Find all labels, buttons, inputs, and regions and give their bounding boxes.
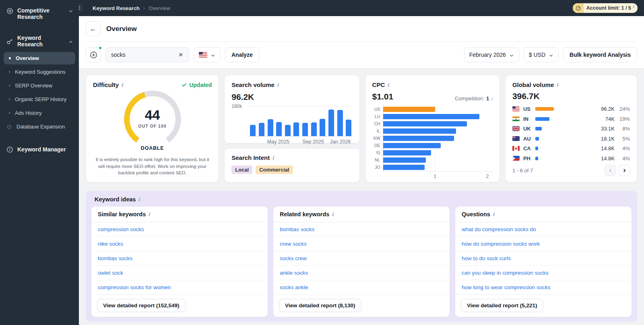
volume-bar-mar-2025[interactable] (259, 123, 264, 136)
volume-bar-aug-2025[interactable] (302, 123, 308, 136)
bulk-keyword-analysis-button[interactable]: Bulk keyword Analysis (563, 47, 637, 62)
view-detailed-report-button[interactable]: View detailed report (152,549) (97, 299, 186, 312)
sidebar-item-overview[interactable]: Overview (4, 52, 75, 64)
cpc-country-label: IS (372, 150, 380, 155)
pagination-next-button[interactable] (619, 165, 630, 176)
add-keyword-button[interactable] (86, 47, 101, 62)
keyword-search-box: ✕ (105, 47, 189, 62)
info-icon[interactable]: i (332, 211, 333, 217)
sidebar-group-label: Keyword Manager (17, 146, 73, 153)
view-detailed-report-button[interactable]: View detailed report (8,130) (279, 299, 361, 312)
info-icon[interactable]: i (491, 96, 493, 101)
analyze-button[interactable]: Analyze (225, 47, 259, 62)
pagination-prev-button[interactable] (605, 165, 616, 176)
keyword-link[interactable]: how do compression socks work (462, 241, 540, 247)
keyword-link[interactable]: compression socks (98, 226, 144, 232)
sidebar-item-ads-history[interactable]: Ads History (4, 107, 75, 119)
volume-bar-apr-2025[interactable] (268, 119, 273, 136)
view-detailed-report-button[interactable]: View detailed report (5,221) (461, 299, 543, 312)
account-limit-badge[interactable]: Account limit: 1 / 5 i (573, 3, 638, 13)
app-root: Competitive Research Keyword Research Ov… (0, 0, 644, 325)
sidebar-item-organic-serp-history[interactable]: Organic SERP History (4, 93, 75, 106)
bullet-dot-icon (9, 112, 10, 114)
keyword-link[interactable]: ankle socks (280, 270, 308, 276)
cpc-bar-lu[interactable] (383, 114, 480, 119)
uk-flag-icon (512, 126, 520, 131)
keyword-link[interactable]: crew socks (280, 241, 307, 247)
month-select[interactable]: February 2026 (464, 47, 519, 62)
sidebar-item-keyword-suggestions[interactable]: Keyword Suggestions (4, 66, 75, 78)
global-volume-row-uk[interactable]: UK33.1K8% (512, 126, 630, 132)
keyword-link[interactable]: socks ankle (280, 284, 308, 290)
sidebar-item-keyword-research[interactable]: Keyword Research (0, 31, 79, 51)
keyword-link[interactable]: nike socks (98, 241, 123, 247)
cpc-bar-de[interactable] (383, 143, 441, 148)
keyword-search-input[interactable] (111, 52, 177, 58)
keyword-link[interactable]: socks crew (280, 255, 307, 261)
volume-bar-dec-2025[interactable] (337, 110, 343, 136)
global-volume-row-au[interactable]: AU18.1K5% (512, 136, 630, 142)
cpc-bar-jo[interactable] (383, 165, 425, 170)
cpc-bar-us[interactable] (383, 107, 436, 112)
sidebar-item-competitive-research[interactable]: Competitive Research (0, 5, 79, 23)
cpc-bar-nl[interactable] (383, 157, 426, 163)
sidebar-item-database-expansion[interactable]: Database Expansion (4, 120, 75, 133)
info-icon[interactable]: i (138, 197, 140, 202)
keyword-link[interactable]: how long to wear compression socks (462, 284, 551, 290)
info-icon[interactable]: i (272, 155, 274, 161)
country-code: CA (523, 145, 535, 151)
info-icon[interactable]: i (148, 211, 150, 217)
info-icon[interactable]: i (556, 82, 558, 88)
cpc-bar-il[interactable] (383, 128, 456, 134)
country-code: PH (523, 155, 535, 161)
keyword-link[interactable]: owlet sock (98, 270, 123, 276)
sidebar-item-keyword-manager[interactable]: Keyword Manager (0, 143, 79, 156)
info-icon[interactable]: i (387, 82, 389, 88)
cpc-bar-ch[interactable] (383, 121, 467, 126)
info-icon[interactable]: i (121, 82, 123, 88)
currency-select[interactable]: $ USD (524, 47, 559, 62)
clear-search-icon[interactable]: ✕ (177, 51, 185, 59)
chevron-down-icon (509, 53, 514, 58)
global-volume-row-ph[interactable]: PH14.8K4% (512, 155, 630, 161)
list-item: socks crew (273, 251, 450, 266)
keyword-link[interactable]: what do compression socks do (462, 226, 536, 232)
volume-bar-jan-2026[interactable] (346, 120, 351, 136)
cpc-bar-kw[interactable] (383, 136, 454, 141)
volume-bar-sep-2025[interactable] (311, 122, 317, 136)
chevron-down-icon (211, 53, 215, 58)
account-limit-text: Account limit: 1 / 5 (584, 5, 633, 11)
volume-bar-jul-2025[interactable] (293, 122, 299, 136)
sidebar-item-serp-overview[interactable]: SERP Overview (4, 79, 75, 92)
volume-bar-feb-2025[interactable] (250, 125, 256, 136)
list-item: socks ankle (273, 280, 450, 295)
keyword-link[interactable]: bombas socks (280, 226, 314, 232)
volume-bar-jun-2025[interactable] (285, 125, 291, 136)
global-volume-row-ca[interactable]: CA14.8K4% (512, 145, 630, 151)
country-volume: 74K (597, 116, 615, 122)
keyword-link[interactable]: compression socks for women (98, 284, 171, 290)
keyword-link[interactable]: how to do sock curls (462, 255, 511, 261)
volume-bar-may-2025[interactable] (276, 122, 282, 136)
country-share: 8% (615, 126, 630, 132)
back-button[interactable]: ← (86, 21, 101, 36)
cpc-bar-is[interactable] (383, 150, 431, 155)
breadcrumb-parent[interactable]: Keyword Research (93, 5, 140, 11)
chevron-up-icon (68, 39, 73, 44)
cpc-country-label: DE (372, 143, 380, 148)
info-icon[interactable]: i (493, 211, 494, 217)
x-axis-labels: 12 (383, 172, 493, 179)
info-icon[interactable]: i (277, 82, 279, 88)
volume-bar-oct-2025[interactable] (320, 119, 325, 136)
chevron-down-icon (549, 53, 553, 58)
keyword-link[interactable]: bombas socks (98, 255, 132, 261)
country-code: IN (523, 116, 535, 122)
sidebar-item-label: Database Expansion (17, 124, 65, 130)
chevron-right-icon (623, 169, 626, 172)
info-icon[interactable]: i (633, 4, 638, 9)
keyword-link[interactable]: can you sleep in compression socks (462, 270, 549, 276)
volume-bar-nov-2025[interactable] (328, 110, 334, 136)
global-volume-row-in[interactable]: IN74K19% (512, 116, 630, 122)
global-volume-row-us[interactable]: US96.2K24% (512, 106, 630, 112)
country-select[interactable] (194, 47, 221, 62)
